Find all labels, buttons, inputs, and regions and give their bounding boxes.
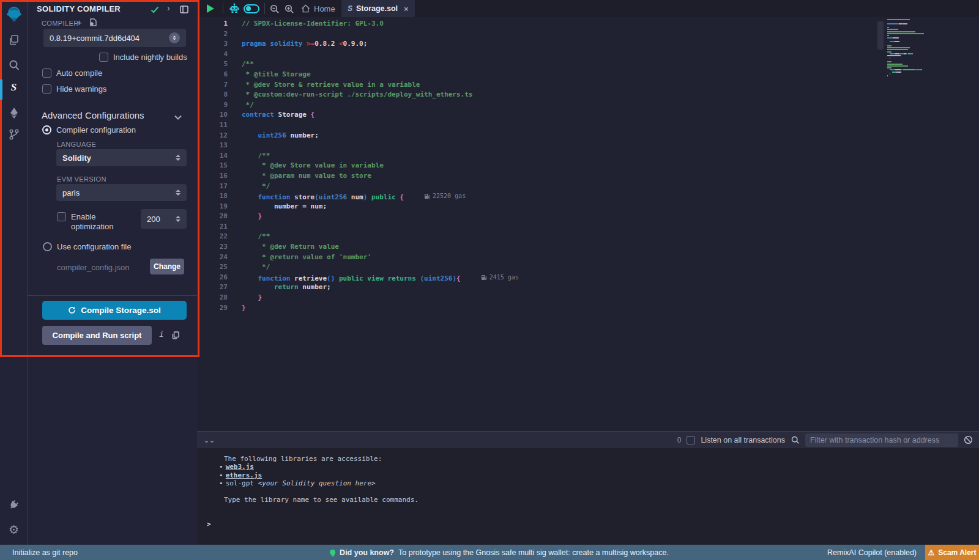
- advanced-chevron-down-icon[interactable]: [174, 111, 182, 122]
- add-compiler-icon[interactable]: +: [76, 17, 82, 28]
- collapse-terminal-icon[interactable]: ⌄⌄: [203, 435, 214, 444]
- line-number[interactable]: 4: [197, 50, 228, 60]
- compiler-version-select[interactable]: 0.8.19+commit.7dd6d404: [43, 29, 186, 47]
- terminal-line: Type the library name to see available c…: [197, 496, 979, 504]
- remix-logo-icon[interactable]: [0, 5, 28, 23]
- line-number[interactable]: 19: [197, 202, 228, 212]
- git-branch-icon[interactable]: [0, 128, 28, 141]
- line-number[interactable]: 11: [197, 120, 228, 131]
- tab-storage-sol[interactable]: S Storage.sol ×: [341, 0, 415, 17]
- compile-button[interactable]: Compile Storage.sol: [42, 301, 187, 320]
- line-number[interactable]: 10: [197, 110, 228, 120]
- toggle-on-icon: [244, 4, 259, 13]
- line-number[interactable]: 23: [197, 242, 228, 252]
- code-editor[interactable]: 1// SPDX-License-Identifier: GPL-3.023pr…: [197, 17, 979, 431]
- copilot-toggle[interactable]: [244, 0, 259, 17]
- code-line: 28 }: [197, 293, 979, 303]
- line-number[interactable]: 13: [197, 141, 228, 151]
- auto-compile-label[interactable]: Auto compile: [56, 68, 102, 78]
- nightly-builds-label[interactable]: Include nightly builds: [113, 53, 187, 62]
- line-number[interactable]: 20: [197, 212, 228, 222]
- line-number[interactable]: 24: [197, 252, 228, 263]
- pin-panel-icon[interactable]: [180, 5, 188, 16]
- file-explorer-icon[interactable]: [0, 34, 28, 46]
- line-number[interactable]: 29: [197, 303, 228, 314]
- use-configuration-file-radio[interactable]: [43, 242, 52, 251]
- use-configuration-file-label[interactable]: Use configuration file: [57, 242, 131, 251]
- zoom-out-icon: [269, 4, 280, 14]
- code-text: * @title Storage: [228, 70, 311, 80]
- line-number[interactable]: 28: [197, 293, 228, 303]
- terminal-output[interactable]: The following libraries are accessible: …: [197, 448, 979, 545]
- line-number[interactable]: 14: [197, 151, 228, 161]
- line-number[interactable]: 25: [197, 262, 228, 273]
- compiler-version-value: 0.8.19+commit.7dd6d404: [50, 34, 169, 43]
- settings-gear-icon[interactable]: ⚙: [0, 523, 28, 537]
- clear-console-ban-icon[interactable]: [964, 435, 973, 444]
- open-file-icon[interactable]: [89, 18, 97, 29]
- auto-compile-checkbox[interactable]: [42, 68, 51, 78]
- info-icon[interactable]: i: [159, 330, 164, 339]
- listen-transactions-label[interactable]: Listen on all transactions: [701, 436, 785, 444]
- code-line: 10contract Storage {: [197, 110, 979, 120]
- hide-warnings-label[interactable]: Hide warnings: [56, 84, 106, 94]
- terminal-prompt[interactable]: >: [207, 520, 211, 528]
- solidity-compiler-icon[interactable]: S: [0, 81, 28, 94]
- panel-title: SOLIDITY COMPILER: [37, 4, 121, 13]
- language-select[interactable]: Solidity: [56, 149, 187, 166]
- filter-transactions-input[interactable]: [805, 433, 958, 447]
- line-number[interactable]: 1: [197, 19, 228, 29]
- line-number[interactable]: 22: [197, 232, 228, 242]
- line-number[interactable]: 2: [197, 29, 228, 40]
- line-number[interactable]: 15: [197, 161, 228, 171]
- scam-alert-button[interactable]: ⚠ Scam Alert: [925, 545, 979, 560]
- ethersjs-link[interactable]: ethers.js: [226, 471, 262, 479]
- line-number[interactable]: 9: [197, 100, 228, 111]
- enable-optimization-checkbox[interactable]: [57, 212, 66, 221]
- terminal-search-icon[interactable]: [791, 435, 800, 444]
- line-number[interactable]: 6: [197, 70, 228, 80]
- copilot-status[interactable]: RemixAI Copilot (enabled): [827, 548, 917, 557]
- line-number[interactable]: 8: [197, 90, 228, 100]
- tab-home[interactable]: Home: [301, 0, 335, 17]
- line-number[interactable]: 21: [197, 222, 228, 232]
- web3js-link[interactable]: web3.js: [226, 463, 254, 471]
- line-number[interactable]: 5: [197, 59, 228, 70]
- line-number[interactable]: 7: [197, 80, 228, 90]
- run-script-play-button[interactable]: [207, 0, 214, 17]
- code-text: }: [228, 212, 262, 222]
- collapse-panel-chevron-icon[interactable]: ›: [167, 3, 170, 13]
- advanced-configurations-header[interactable]: Advanced Configurations: [42, 110, 144, 120]
- hide-warnings-checkbox[interactable]: [42, 84, 51, 94]
- code-text: */: [228, 100, 254, 111]
- line-number[interactable]: 18: [197, 191, 228, 202]
- copy-icon[interactable]: [172, 331, 179, 342]
- enable-optimization-label[interactable]: Enableoptimization: [71, 212, 113, 232]
- change-config-button[interactable]: Change: [150, 259, 184, 274]
- compile-and-run-button[interactable]: Compile and Run script: [42, 326, 152, 345]
- search-icon[interactable]: [0, 59, 28, 72]
- nightly-builds-checkbox[interactable]: [99, 53, 108, 62]
- line-number[interactable]: 26: [197, 273, 228, 283]
- ai-assistant-robot-button[interactable]: [229, 0, 240, 17]
- listen-transactions-checkbox[interactable]: [687, 436, 695, 444]
- deploy-run-icon[interactable]: [0, 107, 28, 119]
- compiler-configuration-radio[interactable]: [42, 125, 51, 134]
- compiler-configuration-label[interactable]: Compiler configuration: [56, 125, 136, 134]
- status-bar: Initialize as git repo Did you know? To …: [0, 545, 979, 560]
- close-tab-icon[interactable]: ×: [404, 4, 409, 13]
- init-git-repo-button[interactable]: Initialize as git repo: [12, 548, 78, 557]
- line-number[interactable]: 16: [197, 171, 228, 182]
- zoom-out-button[interactable]: [269, 0, 280, 17]
- line-number[interactable]: 17: [197, 182, 228, 192]
- plugin-manager-icon[interactable]: [0, 498, 28, 510]
- optimization-runs-input[interactable]: 200: [141, 209, 187, 229]
- line-number[interactable]: 12: [197, 131, 228, 141]
- evm-version-select[interactable]: paris: [56, 184, 187, 201]
- editor-minimap[interactable]: [887, 19, 948, 78]
- editor-scrollbar[interactable]: [877, 21, 884, 50]
- line-number[interactable]: 27: [197, 282, 228, 293]
- line-number[interactable]: 3: [197, 39, 228, 50]
- zoom-in-button[interactable]: [284, 0, 294, 17]
- code-text: * @dev Store value in variable: [228, 161, 384, 171]
